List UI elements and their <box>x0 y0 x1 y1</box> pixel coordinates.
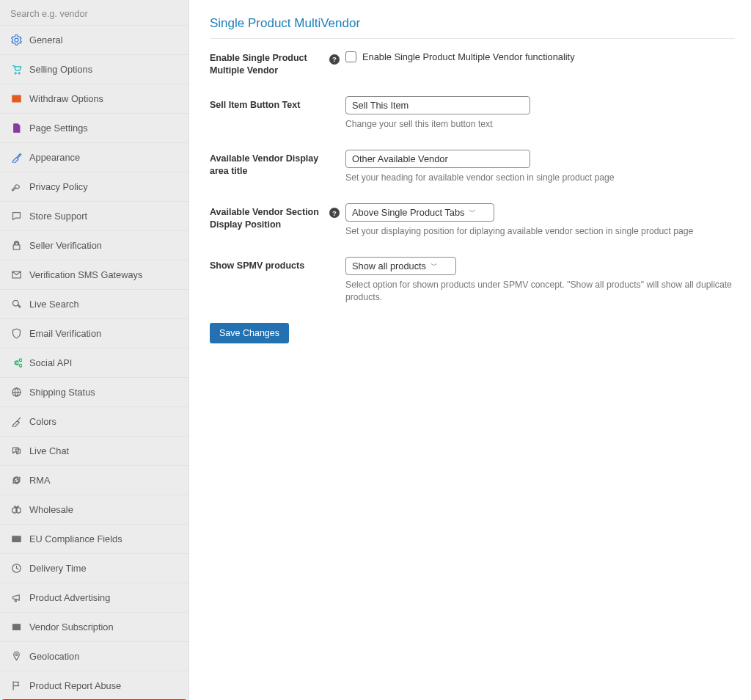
enable-checkbox-label: Enable Single Product Multiple Vendor fu… <box>362 51 575 62</box>
sidebar-item-vendor-subscription[interactable]: Vendor Subscription <box>0 612 188 641</box>
pin-icon <box>10 651 22 663</box>
flag-icon <box>10 680 22 692</box>
sidebar-item-label: Appearance <box>29 152 80 163</box>
sidebar: Search e.g. vendor GeneralSelling Option… <box>0 0 189 700</box>
clock-icon <box>10 563 22 575</box>
gear-icon <box>10 34 22 46</box>
label-area-title: Available Vendor Display area title <box>210 150 329 178</box>
sidebar-item-selling-options[interactable]: Selling Options <box>0 54 188 84</box>
sidebar-item-label: Product Advertising <box>29 592 110 603</box>
sidebar-item-label: Store Support <box>29 211 87 222</box>
label-position: Available Vendor Section Display Positio… <box>210 203 329 231</box>
sidebar-item-seller-verification[interactable]: Seller Verification <box>0 230 188 260</box>
row-show-products: Show SPMV products Show all products ﹀ S… <box>210 257 735 304</box>
sidebar-item-label: Colors <box>29 416 56 427</box>
hint-position: Set your displaying position for diplayi… <box>345 225 735 238</box>
sidebar-item-label: Seller Verification <box>29 240 102 251</box>
sidebar-item-withdraw-options[interactable]: Withdraw Options <box>0 84 188 113</box>
sidebar-item-label: General <box>29 34 63 45</box>
sidebar-item-social-api[interactable]: Social API <box>0 348 188 377</box>
sidebar-item-verification-sms-gateways[interactable]: Verification SMS Gateways <box>0 260 188 289</box>
globe-icon <box>10 387 22 398</box>
sidebar-item-rma[interactable]: RMA <box>0 465 188 495</box>
position-select[interactable]: Above Single Product Tabs ﹀ <box>345 203 494 222</box>
app-wrapper: Search e.g. vendor GeneralSelling Option… <box>0 0 751 700</box>
row-area-title: Available Vendor Display area title Set … <box>210 150 735 184</box>
share-icon <box>10 357 22 369</box>
chevron-down-icon: ﹀ <box>431 260 438 271</box>
sidebar-item-product-report-abuse[interactable]: Product Report Abuse <box>0 671 188 700</box>
sidebar-item-privacy-policy[interactable]: Privacy Policy <box>0 172 188 201</box>
position-select-value: Above Single Product Tabs <box>352 207 464 218</box>
sidebar-item-label: Withdraw Options <box>29 93 103 104</box>
label-button-text: Sell Item Button Text <box>210 96 329 112</box>
sidebar-item-eu-compliance-fields[interactable]: EU Compliance Fields <box>0 524 188 553</box>
label-show-products: Show SPMV products <box>210 257 329 272</box>
sidebar-item-live-search[interactable]: Live Search <box>0 289 188 318</box>
sidebar-item-label: Delivery Time <box>29 563 87 574</box>
sidebar-item-label: Shipping Status <box>29 387 95 398</box>
mail-icon <box>10 269 22 281</box>
sidebar-item-live-chat[interactable]: Live Chat <box>0 436 188 465</box>
sidebar-item-label: Privacy Policy <box>29 181 88 192</box>
sidebar-item-label: Live Search <box>29 299 79 310</box>
sidebar-item-label: Verification SMS Gateways <box>29 269 142 280</box>
row-enable: Enable Single Product Multiple Vendor ? … <box>210 49 735 77</box>
sidebar-item-wholesale[interactable]: Wholesale <box>0 495 188 524</box>
sidebar-item-appearance[interactable]: Appearance <box>0 142 188 172</box>
chevron-down-icon: ﹀ <box>469 207 476 217</box>
sidebar-item-geolocation[interactable]: Geolocation <box>0 641 188 671</box>
sidebar-item-label: Wholesale <box>29 504 73 515</box>
refresh-icon <box>10 475 22 486</box>
livechat-icon <box>10 445 22 457</box>
sidebar-item-shipping-status[interactable]: Shipping Status <box>0 377 188 406</box>
megaphone-icon <box>10 592 22 604</box>
lock-icon <box>10 240 22 252</box>
page-title: Single Product MultiVendor <box>210 16 735 39</box>
enable-checkbox[interactable] <box>345 51 356 62</box>
sidebar-item-product-advertising[interactable]: Product Advertising <box>0 583 188 612</box>
brush-icon <box>10 152 22 164</box>
area-title-input[interactable] <box>345 150 530 168</box>
show-products-select[interactable]: Show all products ﹀ <box>345 257 456 275</box>
page-icon <box>10 123 22 134</box>
paint-icon <box>10 416 22 428</box>
show-products-select-value: Show all products <box>352 260 426 271</box>
key-icon <box>10 181 22 193</box>
button-text-input[interactable] <box>345 96 530 114</box>
hint-button-text: Change your sell this item button text <box>345 118 735 131</box>
sidebar-item-label: Email Verification <box>29 328 101 339</box>
withdraw-icon <box>10 93 22 105</box>
sidebar-item-label: Vendor Subscription <box>29 621 114 632</box>
sidebar-item-label: RMA <box>29 475 50 486</box>
cart-icon <box>10 64 22 76</box>
sidebar-item-delivery-time[interactable]: Delivery Time <box>0 553 188 583</box>
sidebar-item-label: Page Settings <box>29 123 88 134</box>
boxes-icon <box>10 504 22 516</box>
sidebar-item-label: Product Report Abuse <box>29 680 121 691</box>
sidebar-item-page-settings[interactable]: Page Settings <box>0 113 188 142</box>
sidebar-item-colors[interactable]: Colors <box>0 406 188 436</box>
help-icon[interactable]: ? <box>329 54 340 65</box>
subscription-icon <box>10 621 22 633</box>
sidebar-item-label: Selling Options <box>29 64 92 75</box>
main-panel: Single Product MultiVendor Enable Single… <box>189 0 751 700</box>
sidebar-item-label: Live Chat <box>29 445 69 456</box>
sidebar-item-email-verification[interactable]: Email Verification <box>0 318 188 348</box>
chat-icon <box>10 211 22 222</box>
sidebar-item-general[interactable]: General <box>0 25 188 54</box>
label-enable: Enable Single Product Multiple Vendor <box>210 49 329 77</box>
row-button-text: Sell Item Button Text Change your sell t… <box>210 96 735 131</box>
shield-icon <box>10 328 22 340</box>
sidebar-item-label: Geolocation <box>29 651 79 662</box>
help-icon[interactable]: ? <box>329 208 340 218</box>
sidebar-search-placeholder[interactable]: Search e.g. vendor <box>0 0 188 25</box>
hint-area-title: Set your heading for available vendor se… <box>345 172 735 184</box>
sidebar-item-store-support[interactable]: Store Support <box>0 201 188 230</box>
card-icon <box>10 533 22 545</box>
save-button[interactable]: Save Changes <box>210 323 289 343</box>
search-icon <box>10 299 22 310</box>
sidebar-item-label: Social API <box>29 357 72 368</box>
row-position: Available Vendor Section Display Positio… <box>210 203 735 238</box>
hint-show-products: Select option for shown products under S… <box>345 279 735 304</box>
